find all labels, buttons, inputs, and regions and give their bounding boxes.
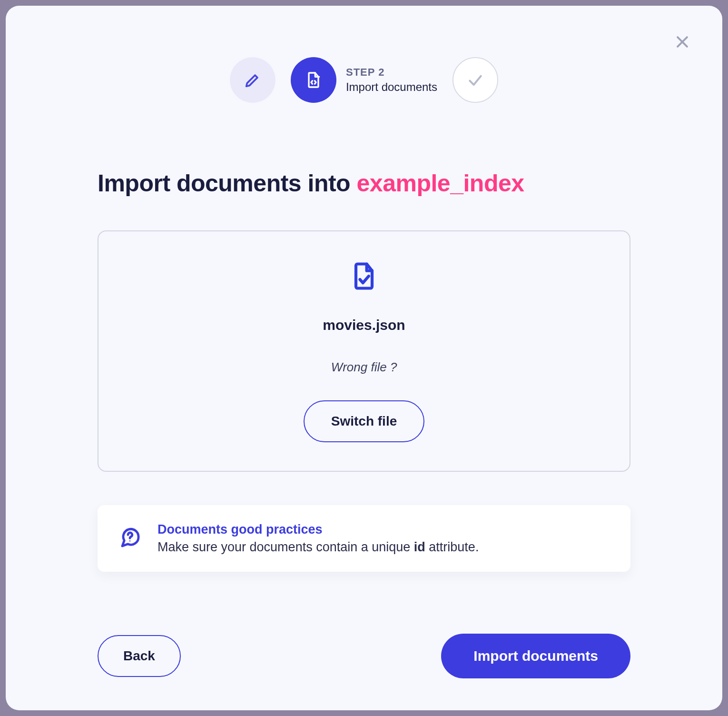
step-2-text: STEP 2 Import documents <box>346 66 437 94</box>
file-dropzone: movies.json Wrong file ? Switch file <box>98 230 630 472</box>
step-3 <box>453 57 498 103</box>
check-icon <box>466 70 485 90</box>
heading-prefix: Import documents into <box>98 170 357 197</box>
info-card: Documents good practices Make sure your … <box>98 505 630 572</box>
stepper: STEP 2 Import documents <box>34 57 694 103</box>
step-label: STEP 2 <box>346 66 437 79</box>
wrong-file-prompt: Wrong file ? <box>331 360 397 375</box>
info-desc-keyword: id <box>414 540 425 554</box>
selected-file-name: movies.json <box>323 317 405 333</box>
file-check-icon <box>348 258 380 296</box>
info-desc-before: Make sure your documents contain a uniqu… <box>157 540 414 554</box>
step-2: STEP 2 Import documents <box>291 57 437 103</box>
close-button[interactable] <box>669 29 696 55</box>
info-description: Make sure your documents contain a uniqu… <box>157 540 479 555</box>
svg-point-2 <box>129 540 130 541</box>
switch-file-button[interactable]: Switch file <box>304 400 424 442</box>
info-title: Documents good practices <box>157 522 479 537</box>
close-icon <box>674 34 690 50</box>
heading-index-name: example_index <box>357 170 524 197</box>
step-2-circle <box>291 57 336 103</box>
step-3-circle <box>453 57 498 103</box>
footer: Back Import documents <box>98 634 630 678</box>
back-button[interactable]: Back <box>98 635 181 677</box>
step-1-circle <box>230 57 275 103</box>
page-title: Import documents into example_index <box>98 169 630 197</box>
step-1[interactable] <box>230 57 275 103</box>
pencil-icon <box>243 70 262 90</box>
import-documents-button[interactable]: Import documents <box>441 634 630 678</box>
info-desc-after: attribute. <box>425 540 479 554</box>
file-code-icon <box>304 70 323 90</box>
import-documents-modal: STEP 2 Import documents Import documents… <box>6 6 722 710</box>
question-chat-icon <box>118 526 141 551</box>
step-title: Import documents <box>346 80 437 94</box>
